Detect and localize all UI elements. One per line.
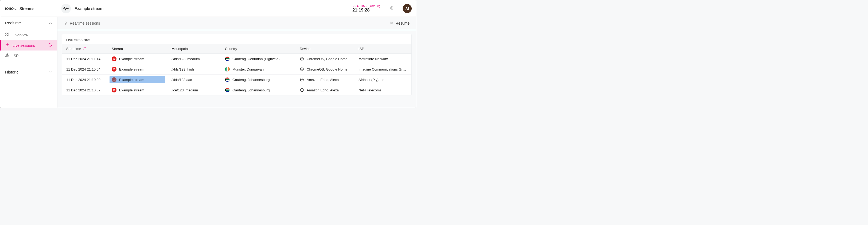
svg-point-29 [113,90,115,91]
country-label: Gauteng, Centurion (Highveld) [232,57,279,61]
svg-rect-16 [8,56,9,57]
avatar[interactable]: AI [403,4,412,13]
cell-stream: Example stream [107,64,167,74]
avatar-initials: AI [406,6,409,10]
country-label: Munster, Dungarvan [232,67,264,71]
sidebar-group-historic[interactable]: Historic [0,67,57,77]
svg-point-13 [49,43,52,46]
stream-context[interactable]: Example stream [61,4,103,13]
country-label: Gauteng, Johannesburg [232,78,270,82]
cell-stream: Example stream [107,85,167,95]
waveform-icon [61,4,71,13]
resume-button[interactable]: Resume [390,21,409,26]
table-row[interactable]: 11 Dec 2024 21:11:14 Example stream /xhl… [62,54,411,64]
sidebar-item-label: Live sessions [12,43,35,47]
col-device[interactable]: Device [296,44,354,54]
sidebar-item-label: ISPs [12,54,21,58]
network-icon [5,53,9,58]
cell-isp: Imagine Communications Group Li… [354,64,411,74]
stream-name: Example stream [74,6,103,11]
sidebar-item-overview[interactable]: Overview [0,30,57,40]
sidebar-group-label: Realtime [5,21,21,25]
theme-toggle[interactable] [386,4,396,13]
cell-country: Munster, Dungarvan [221,64,296,74]
table-row[interactable]: 11 Dec 2024 21:10:37 Example stream /ice… [62,85,411,95]
device-label: Amazon Echo, Alexa [307,78,339,82]
svg-line-8 [393,7,393,7]
device-icon [300,57,304,61]
topbar: iono fm Streams Example stream REALTIME … [0,0,416,17]
live-dot-icon [112,56,117,61]
table-row[interactable]: 11 Dec 2024 21:10:54 Example stream /xhl… [62,64,411,74]
device-icon [300,88,304,92]
cell-start-time: 11 Dec 2024 21:10:37 [62,85,107,95]
sidebar-item-live-sessions[interactable]: Live sessions [0,40,57,51]
tabbar: Realtime sessions Resume [57,17,416,30]
flag-za-icon [225,88,230,92]
svg-rect-10 [7,33,9,34]
svg-rect-14 [7,54,8,55]
cell-device: Amazon Echo, Alexa [296,74,354,85]
cell-mountpoint: /xhls/123.aac [167,74,221,85]
live-dot-icon [112,67,117,72]
sidebar-item-isps[interactable]: ISPs [0,51,57,61]
col-isp[interactable]: ISP [354,44,411,54]
card-title: LIVE SESSIONS [62,34,411,44]
resume-label: Resume [396,21,409,25]
brand-logo: iono [5,6,13,11]
cell-isp: Net4 Telecoms [354,85,411,95]
svg-rect-12 [7,35,9,36]
svg-rect-11 [6,35,7,36]
brand-suffix: fm [14,8,17,11]
device-label: Amazon Echo, Alexa [307,88,339,92]
bolt-icon [5,43,9,48]
svg-point-23 [113,69,115,70]
col-start-time[interactable]: Start time [62,44,107,54]
svg-point-20 [113,58,115,60]
svg-point-26 [113,79,115,81]
cell-stream: Example stream [107,74,167,85]
bolt-icon [64,21,68,26]
col-label: Country [225,47,237,51]
device-icon [300,67,304,71]
country-label: Gauteng, Johannesburg [232,88,270,92]
brand[interactable]: iono fm Streams [5,6,59,11]
cell-start-time: 11 Dec 2024 21:10:39 [62,74,107,85]
realtime-tz-label: REALTIME (+02:00) [352,4,380,8]
col-label: Mountpoint [172,47,189,51]
cell-start-time: 11 Dec 2024 21:10:54 [62,64,107,74]
cell-device: Amazon Echo, Alexa [296,85,354,95]
stream-label: Example stream [119,57,144,61]
col-stream[interactable]: Stream [107,44,167,54]
sidebar-item-label: Overview [12,33,28,37]
chevron-down-icon [49,70,52,74]
tab-realtime-sessions[interactable]: Realtime sessions [64,21,100,26]
sessions-table: Start time [62,44,411,95]
col-country[interactable]: Country [221,44,296,54]
svg-line-6 [393,9,393,9]
cell-country: Gauteng, Johannesburg [221,74,296,85]
col-mountpoint[interactable]: Mountpoint [167,44,221,54]
sort-desc-icon [83,47,86,51]
play-icon [390,21,394,26]
col-label: Stream [112,47,123,51]
live-dot-icon [112,77,117,82]
flag-ie-icon [225,67,230,72]
cell-stream: Example stream [107,54,167,64]
flag-za-icon [225,56,230,61]
stream-label: Example stream [119,88,144,92]
main: Realtime sessions Resume LIVE SESSIONS [57,17,416,108]
device-label: ChromeOS, Google Home [307,67,347,71]
device-icon [300,77,304,82]
cell-mountpoint: /ice/123_medium [167,85,221,95]
flag-za-icon [225,77,230,82]
live-dot-icon [112,88,117,92]
sidebar-group-realtime[interactable]: Realtime [0,18,57,28]
col-label: Start time [66,47,81,51]
sidebar: Realtime Overview Live sessions [0,17,57,108]
col-label: ISP [359,47,364,51]
cell-country: Gauteng, Centurion (Highveld) [221,54,296,64]
table-row[interactable]: 11 Dec 2024 21:10:39 Example stream /xhl… [62,74,411,85]
tab-label: Realtime sessions [70,21,100,25]
cell-mountpoint: /xhls/123_high [167,64,221,74]
